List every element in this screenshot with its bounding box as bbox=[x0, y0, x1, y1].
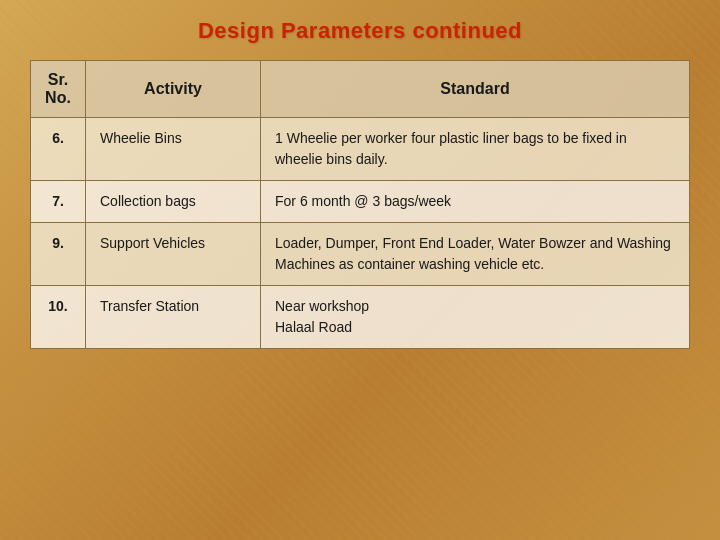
cell-activity: Support Vehicles bbox=[86, 223, 261, 286]
cell-activity: Transfer Station bbox=[86, 286, 261, 349]
col-header-standard: Standard bbox=[261, 61, 690, 118]
cell-activity: Wheelie Bins bbox=[86, 118, 261, 181]
table-row: 10.Transfer StationNear workshopHalaal R… bbox=[31, 286, 690, 349]
cell-sr: 10. bbox=[31, 286, 86, 349]
cell-standard: For 6 month @ 3 bags/week bbox=[261, 181, 690, 223]
col-header-sr: Sr. No. bbox=[31, 61, 86, 118]
col-header-activity: Activity bbox=[86, 61, 261, 118]
table-header-row: Sr. No. Activity Standard bbox=[31, 61, 690, 118]
cell-activity: Collection bags bbox=[86, 181, 261, 223]
data-table: Sr. No. Activity Standard 6.Wheelie Bins… bbox=[30, 60, 690, 349]
page-title: Design Parameters continued bbox=[198, 18, 522, 44]
cell-standard: 1 Wheelie per worker four plastic liner … bbox=[261, 118, 690, 181]
cell-sr: 7. bbox=[31, 181, 86, 223]
page: Design Parameters continued Sr. No. Acti… bbox=[0, 0, 720, 540]
table-row: 7.Collection bagsFor 6 month @ 3 bags/we… bbox=[31, 181, 690, 223]
cell-sr: 9. bbox=[31, 223, 86, 286]
table-wrapper: Sr. No. Activity Standard 6.Wheelie Bins… bbox=[30, 60, 690, 349]
cell-standard: Near workshopHalaal Road bbox=[261, 286, 690, 349]
table-row: 6.Wheelie Bins1 Wheelie per worker four … bbox=[31, 118, 690, 181]
cell-sr: 6. bbox=[31, 118, 86, 181]
cell-standard: Loader, Dumper, Front End Loader, Water … bbox=[261, 223, 690, 286]
table-row: 9.Support VehiclesLoader, Dumper, Front … bbox=[31, 223, 690, 286]
